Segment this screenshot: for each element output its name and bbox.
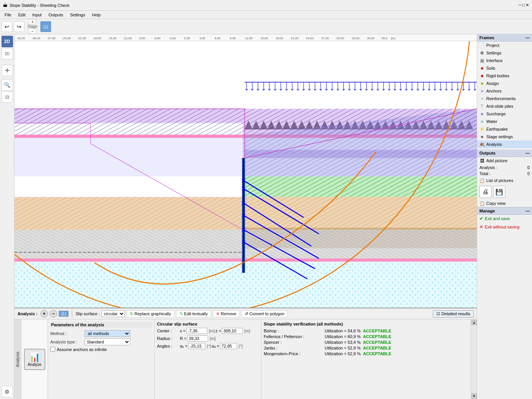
analysis-add-button[interactable]: +	[40, 310, 48, 318]
analyze-button[interactable]: 📊 Analyze	[24, 349, 45, 370]
verification-title: Slope stability verification (all method…	[264, 322, 468, 326]
copy-view-item[interactable]: 📋 Copy view	[477, 200, 532, 207]
list-pictures-item[interactable]: 📋 List of pictures	[477, 177, 532, 184]
analyze-button-area: 📊 Analyze	[21, 319, 48, 399]
maximize-button[interactable]: □	[522, 3, 525, 8]
analysis-params: Parameters of the analysis Method : all …	[48, 319, 155, 399]
center-x-input[interactable]	[186, 328, 207, 334]
fellenius-label: Fellenius / Petterson :	[264, 334, 325, 339]
frame-rigid-bodies[interactable]: ■ Rigid bodies	[477, 72, 532, 80]
remove-button[interactable]: ✕ Remove	[213, 310, 240, 318]
reinforcements-icon: ≈	[479, 96, 485, 101]
frame-anchors[interactable]: ≈ Anchors	[477, 87, 532, 95]
frame-surcharge-label: Surcharge	[486, 112, 506, 116]
outputs-collapse-icon[interactable]: —	[526, 151, 530, 155]
janbu-label: Janbu :	[264, 346, 325, 350]
edit-textually-button[interactable]: ✎ Edit textually	[176, 310, 211, 318]
replace-graphically-button[interactable]: ↻ Replace graphically	[127, 310, 175, 318]
manage-header: Manage —	[477, 207, 532, 215]
frame-settings-label: Settings	[486, 51, 502, 55]
frames-title: Frames	[479, 35, 494, 40]
exit-save-button[interactable]: ✔ Exit and save	[477, 215, 532, 222]
stage-number-button[interactable]: [1]	[40, 21, 51, 32]
redo-button[interactable]: ↪	[14, 21, 24, 32]
exit-nosave-icon: ✕	[479, 224, 483, 230]
analyze-label: Analyze	[28, 362, 42, 367]
frames-collapse-icon[interactable]: —	[526, 35, 530, 40]
circular-title: Circular slip surface	[157, 322, 259, 326]
morgenstern-value: Utilization = 52,9 %	[325, 351, 361, 356]
outputs-title: Outputs	[479, 151, 495, 155]
alpha1-input[interactable]	[188, 343, 205, 349]
add-picture-item[interactable]: 🖼 Add picture	[477, 157, 532, 164]
spencer-status: ACCEPTABLE	[363, 340, 391, 345]
main-layout: 2D 3D ✛ 🔍 ⊡ ⚙ -33,00 -30,00	[0, 34, 532, 399]
frame-reinforcements[interactable]: ≈ Reinforcements	[477, 95, 532, 102]
print-button[interactable]: 🖨	[479, 186, 492, 198]
assume-anchors-checkbox[interactable]	[50, 347, 55, 352]
export-button[interactable]: 💾	[493, 186, 505, 198]
frame-project[interactable]: 📄 Project	[477, 41, 532, 49]
analysis-type-select[interactable]: Standard	[85, 338, 130, 345]
angles-label: Angles :	[157, 344, 180, 348]
frame-stage-settings[interactable]: ■ Stage settings	[477, 133, 532, 140]
scroll-up-button[interactable]: ▲	[471, 320, 477, 325]
frame-earthquake[interactable]: ⚡ Earthquake	[477, 125, 532, 133]
view-3d-button[interactable]: 3D	[2, 48, 13, 59]
svg-rect-202	[14, 230, 477, 258]
stage-plus-button[interactable]: +	[29, 19, 36, 24]
menu-settings[interactable]: Settings	[67, 12, 88, 18]
detailed-results-button[interactable]: ☑ Detailed results	[433, 310, 474, 318]
project-icon: 📄	[479, 43, 485, 48]
undo-button[interactable]: ↩	[2, 21, 12, 32]
analysis-count-label: Analysis :	[479, 165, 497, 170]
total-count-row: Total : 0	[477, 171, 532, 177]
convert-polygon-button[interactable]: ↺ Convert to polygon	[241, 310, 288, 318]
center-area: -33,00 -30,00 -27,00 -24,00 -21,00 -18,0…	[14, 34, 477, 399]
frame-assign[interactable]: ■ Assign	[477, 80, 532, 87]
radius-r-input[interactable]	[187, 335, 208, 342]
assume-anchors-label: Assume anchors as infinite	[57, 347, 107, 352]
minimize-button[interactable]: ─	[519, 3, 522, 8]
center-z-input[interactable]	[222, 328, 243, 334]
svg-text:-3,00: -3,00	[169, 37, 176, 40]
menu-help[interactable]: Help	[89, 12, 104, 18]
frame-interface[interactable]: ▦ Interface	[477, 57, 532, 64]
bottom-content: Analysis 📊 Analyze Parameters of the ana…	[14, 319, 477, 399]
move-tool-button[interactable]: ✛	[2, 65, 13, 76]
alpha2-label: α₂ =	[212, 344, 219, 349]
menu-file[interactable]: File	[2, 12, 14, 18]
slip-surface-select[interactable]: circular	[101, 310, 125, 317]
analysis-label: Analysis :	[18, 311, 37, 316]
drawing-canvas[interactable]	[14, 41, 477, 308]
frame-settings[interactable]: ⚙ Settings	[477, 49, 532, 57]
scroll-down-button[interactable]: ▼	[471, 393, 477, 399]
circular-slip-params: Circular slip surface Center : x = [m] z…	[155, 319, 261, 399]
analysis-remove-button[interactable]: −	[50, 310, 57, 318]
svg-rect-205	[14, 262, 477, 308]
method-select[interactable]: all methods	[85, 330, 130, 337]
close-button[interactable]: ✕	[526, 3, 529, 8]
stage-control: + Stage −	[27, 19, 37, 34]
menu-outputs[interactable]: Outputs	[45, 12, 66, 18]
assume-anchors-row: Assume anchors as infinite	[50, 347, 152, 352]
menu-input[interactable]: Input	[29, 12, 45, 18]
print-buttons: 🖨 💾	[477, 184, 532, 200]
zoom-tool-button[interactable]: 🔍	[2, 79, 13, 91]
frame-water[interactable]: ≡ Water	[477, 118, 532, 125]
stage-minus-button[interactable]: −	[29, 29, 36, 34]
frame-soils[interactable]: ■ Soils	[477, 64, 532, 72]
zoom-box-button[interactable]: ⊡	[2, 91, 13, 103]
settings-button[interactable]: ⚙	[2, 386, 13, 397]
frame-anti-slide-piles[interactable]: ⊤ Anti-slide piles	[477, 102, 532, 110]
frame-surcharge[interactable]: ≡ Surcharge	[477, 110, 532, 118]
analysis-stage-ref[interactable]: [1]	[59, 311, 69, 317]
svg-text:9,00: 9,00	[230, 37, 236, 40]
svg-text:27,00: 27,00	[321, 37, 329, 40]
view-2d-button[interactable]: 2D	[2, 36, 13, 47]
exit-nosave-button[interactable]: ✕ Exit without saving	[477, 223, 532, 231]
alpha2-input[interactable]	[220, 343, 237, 349]
manage-collapse-icon[interactable]: —	[526, 209, 530, 213]
menu-edit[interactable]: Edit	[15, 12, 29, 18]
frame-analysis[interactable]: 🍂 Analysis	[477, 140, 532, 148]
